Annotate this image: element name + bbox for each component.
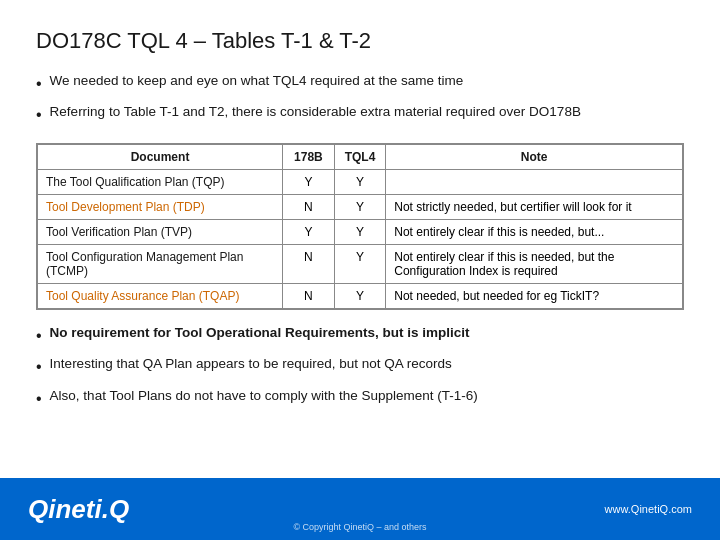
bullet-dot-5: •: [36, 388, 42, 410]
cell-document: Tool Development Plan (TDP): [38, 194, 283, 219]
bullet-dot-4: •: [36, 356, 42, 378]
footer-url: www.QinetiQ.com: [605, 503, 692, 515]
qualification-table: Document 178B TQL4 Note The Tool Qualifi…: [37, 144, 683, 309]
cell-178b: N: [283, 244, 335, 283]
cell-178b: N: [283, 283, 335, 308]
bullet-item-1: • We needed to keep and eye on what TQL4…: [36, 72, 684, 95]
footer-logo: Qineti.Q: [28, 494, 129, 525]
col-header-note: Note: [386, 144, 683, 169]
bullet-text-1: We needed to keep and eye on what TQL4 r…: [50, 72, 464, 91]
table-row: Tool Verification Plan (TVP) Y Y Not ent…: [38, 219, 683, 244]
data-table: Document 178B TQL4 Note The Tool Qualifi…: [36, 143, 684, 310]
footer: Qineti.Q © Copyright QinetiQ – and other…: [0, 478, 720, 540]
bullet-item-3: • No requirement for Tool Operational Re…: [36, 324, 684, 347]
table-row: Tool Development Plan (TDP) N Y Not stri…: [38, 194, 683, 219]
bullet-item-5: • Also, that Tool Plans do not have to c…: [36, 387, 684, 410]
cell-tql4: Y: [334, 283, 386, 308]
bullet-dot-3: •: [36, 325, 42, 347]
col-header-178b: 178B: [283, 144, 335, 169]
cell-document: The Tool Qualification Plan (TQP): [38, 169, 283, 194]
cell-note: Not entirely clear if this is needed, bu…: [386, 244, 683, 283]
cell-tql4: Y: [334, 244, 386, 283]
page-title: DO178C TQL 4 – Tables T-1 & T-2: [36, 28, 684, 54]
cell-note: Not strictly needed, but certifier will …: [386, 194, 683, 219]
cell-178b: N: [283, 194, 335, 219]
main-content: DO178C TQL 4 – Tables T-1 & T-2 • We nee…: [0, 0, 720, 410]
bullet-item-4: • Interesting that QA Plan appears to be…: [36, 355, 684, 378]
bullet-text-3: No requirement for Tool Operational Requ…: [50, 324, 470, 343]
table-body: The Tool Qualification Plan (TQP) Y Y To…: [38, 169, 683, 308]
bullet-text-5: Also, that Tool Plans do not have to com…: [50, 387, 478, 406]
table-row: The Tool Qualification Plan (TQP) Y Y: [38, 169, 683, 194]
col-header-document: Document: [38, 144, 283, 169]
cell-tql4: Y: [334, 194, 386, 219]
cell-document: Tool Quality Assurance Plan (TQAP): [38, 283, 283, 308]
cell-document: Tool Configuration Management Plan (TCMP…: [38, 244, 283, 283]
cell-tql4: Y: [334, 219, 386, 244]
cell-tql4: Y: [334, 169, 386, 194]
cell-note: Not needed, but needed for eg TickIT?: [386, 283, 683, 308]
cell-note: Not entirely clear if this is needed, bu…: [386, 219, 683, 244]
bullet-item-2: • Referring to Table T-1 and T2, there i…: [36, 103, 684, 126]
footer-copyright: © Copyright QinetiQ – and others: [293, 522, 426, 532]
logo-text: Qineti.Q: [28, 494, 129, 524]
bottom-bullets: • No requirement for Tool Operational Re…: [36, 324, 684, 410]
table-row: Tool Configuration Management Plan (TCMP…: [38, 244, 683, 283]
table-row: Tool Quality Assurance Plan (TQAP) N Y N…: [38, 283, 683, 308]
top-bullets: • We needed to keep and eye on what TQL4…: [36, 72, 684, 127]
col-header-tql4: TQL4: [334, 144, 386, 169]
bullet-text-4: Interesting that QA Plan appears to be r…: [50, 355, 452, 374]
cell-note: [386, 169, 683, 194]
bullet-text-2: Referring to Table T-1 and T2, there is …: [50, 103, 581, 122]
cell-document: Tool Verification Plan (TVP): [38, 219, 283, 244]
cell-178b: Y: [283, 219, 335, 244]
bullet-dot-1: •: [36, 73, 42, 95]
bullet-dot-2: •: [36, 104, 42, 126]
table-header-row: Document 178B TQL4 Note: [38, 144, 683, 169]
cell-178b: Y: [283, 169, 335, 194]
